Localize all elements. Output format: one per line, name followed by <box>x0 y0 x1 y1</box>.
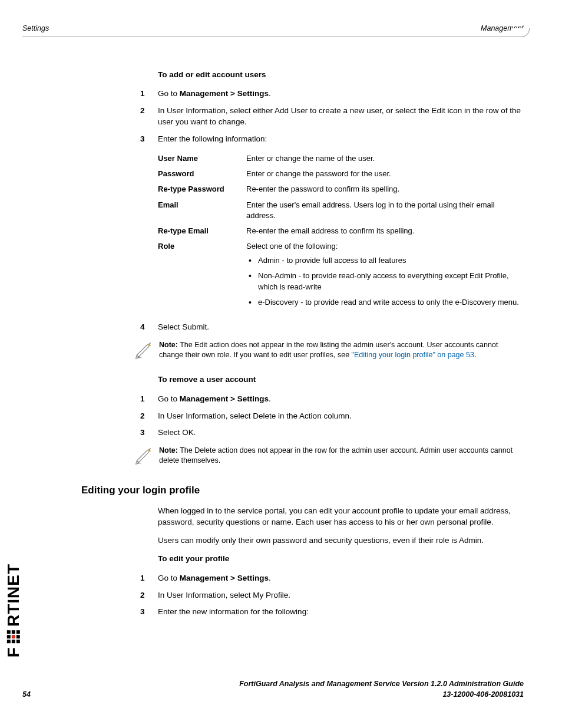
field-label: Role <box>158 241 246 312</box>
step-row: 3 Select OK. <box>99 427 524 439</box>
step-number: 3 <box>99 134 158 145</box>
list-item: Admin - to provide full access to all fe… <box>246 255 524 266</box>
step-number: 1 <box>99 573 158 584</box>
step-number: 1 <box>99 88 158 100</box>
step-body: Go to Management > Settings. <box>158 394 524 405</box>
list-item: Non-Admin - to provide read-only access … <box>246 271 524 292</box>
paragraph: Users can modify only their own password… <box>158 535 524 546</box>
step-number: 1 <box>99 394 158 405</box>
fortinet-logo: F RTINET <box>2 564 25 657</box>
paragraph: When logged in to the service portal, yo… <box>158 506 524 528</box>
procedure-title-edit-profile: To edit your profile <box>158 554 524 565</box>
note-text: Note: The Delete action does not appear … <box>159 446 524 466</box>
field-row-username: User Name Enter or change the name of th… <box>158 151 524 166</box>
field-label: Re-type Password <box>158 184 246 195</box>
link-editing-profile[interactable]: "Editing your login profile" on page 53 <box>352 351 474 359</box>
list-item: e-Discovery - to provide read and write … <box>246 297 524 308</box>
field-desc: Enter or change the password for the use… <box>246 169 524 179</box>
step-body: In User Information, select My Profile. <box>158 590 524 601</box>
step-body: Go to Management > Settings. <box>158 573 524 584</box>
step-number: 2 <box>99 590 158 601</box>
header-left: Settings <box>22 24 49 34</box>
field-label: User Name <box>158 153 246 164</box>
field-desc: Enter the user's email address. Users lo… <box>246 200 524 221</box>
step-body: In User Information, select either Add U… <box>158 106 524 128</box>
step-row: 2 In User Information, select either Add… <box>99 106 524 128</box>
logo-grid-icon <box>6 630 19 643</box>
step-row: 3 Enter the new information for the foll… <box>99 607 524 618</box>
note-icon <box>134 446 158 469</box>
field-label: Email <box>158 200 246 221</box>
note-block: Note: The Delete action does not appear … <box>134 446 524 469</box>
footer-right: FortiGuard Analysis and Management Servi… <box>239 679 524 700</box>
field-row-role: Role Select one of the following: Admin … <box>158 239 524 315</box>
role-options-list: Admin - to provide full access to all fe… <box>246 255 524 308</box>
field-row-email: Email Enter the user's email address. Us… <box>158 197 524 223</box>
page-footer: 54 FortiGuard Analysis and Management Se… <box>22 679 524 700</box>
step-body: Select OK. <box>158 427 524 439</box>
field-desc: Select one of the following: Admin - to … <box>246 241 524 312</box>
step-row: 2 In User Information, select Delete in … <box>99 411 524 422</box>
note-icon <box>134 340 158 364</box>
step-row: 3 Enter the following information: <box>99 134 524 145</box>
section-heading-editing-profile: Editing your login profile <box>81 483 524 498</box>
step-row: 1 Go to Management > Settings. <box>99 88 524 100</box>
page-header: Settings Management <box>22 24 524 37</box>
header-right: Management <box>481 24 524 34</box>
field-row-retype-password: Re-type Password Re-enter the password t… <box>158 182 524 197</box>
field-row-retype-email: Re-type Email Re-enter the email address… <box>158 223 524 239</box>
step-body: In User Information, select Delete in th… <box>158 411 524 422</box>
step-row: 4 Select Submit. <box>99 322 524 333</box>
field-label: Re-type Email <box>158 226 246 236</box>
procedure-title-add-edit: To add or edit account users <box>158 70 524 81</box>
main-content: To add or edit account users 1 Go to Man… <box>99 70 524 618</box>
step-body: Enter the new information for the follow… <box>158 607 524 618</box>
step-body: Enter the following information: <box>158 134 524 145</box>
field-desc: Re-enter the password to confirm its spe… <box>246 184 524 195</box>
field-table: User Name Enter or change the name of th… <box>158 151 524 315</box>
step-row: 1 Go to Management > Settings. <box>99 394 524 405</box>
note-block: Note: The Edit action does not appear in… <box>134 340 524 364</box>
step-row: 2 In User Information, select My Profile… <box>99 590 524 601</box>
step-body: Select Submit. <box>158 322 524 333</box>
field-desc: Enter or change the name of the user. <box>246 153 524 164</box>
field-row-password: Password Enter or change the password fo… <box>158 166 524 182</box>
step-number: 3 <box>99 607 158 618</box>
step-number: 4 <box>99 322 158 333</box>
step-number: 3 <box>99 427 158 439</box>
field-desc: Re-enter the email address to confirm it… <box>246 226 524 236</box>
procedure-title-remove: To remove a user account <box>158 374 524 386</box>
page-number: 54 <box>22 690 31 700</box>
step-number: 2 <box>99 106 158 128</box>
step-row: 1 Go to Management > Settings. <box>99 573 524 584</box>
step-number: 2 <box>99 411 158 422</box>
note-text: Note: The Edit action does not appear in… <box>159 340 524 360</box>
step-body: Go to Management > Settings. <box>158 88 524 100</box>
field-label: Password <box>158 169 246 179</box>
